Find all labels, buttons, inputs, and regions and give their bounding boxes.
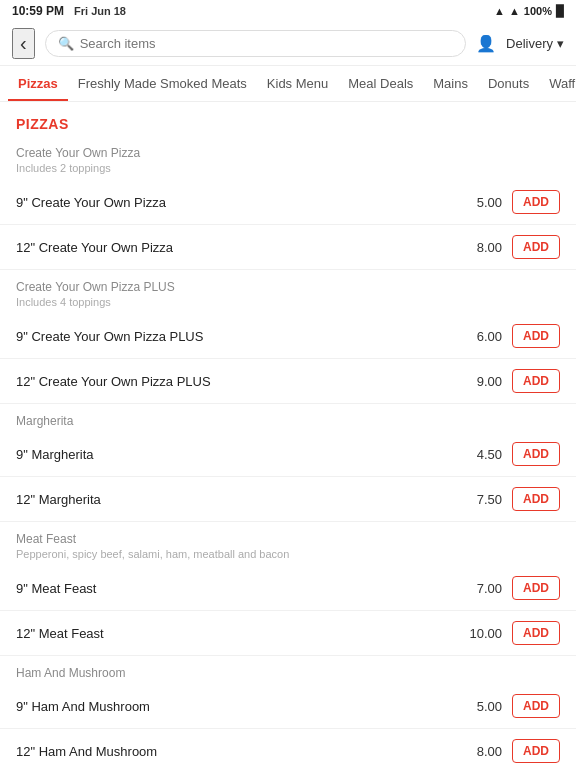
tab-donuts[interactable]: Donuts [478,66,539,101]
tab-smoked-meats[interactable]: Freshly Made Smoked Meats [68,66,257,101]
item-row: 9" Create Your Own Pizza5.00ADD [0,180,576,225]
add-button[interactable]: ADD [512,487,560,511]
section-title: PIZZAS [0,102,576,136]
main-content: PIZZAS Create Your Own PizzaIncludes 2 t… [0,102,576,768]
item-name: 12" Ham And Mushroom [16,744,464,759]
signal-icon: ▲ [509,5,520,17]
battery-icon: ▉ [556,5,564,18]
wifi-icon: ▲ [494,5,505,17]
tab-meal-deals[interactable]: Meal Deals [338,66,423,101]
add-button[interactable]: ADD [512,369,560,393]
time: 10:59 PM [12,4,64,18]
item-price: 5.00 [464,699,502,714]
tab-waffles[interactable]: Waffles [539,66,576,101]
item-price: 7.50 [464,492,502,507]
item-price: 8.00 [464,240,502,255]
category-group: Create Your Own Pizza PLUSIncludes 4 top… [0,270,576,404]
tab-pizzas[interactable]: Pizzas [8,66,68,101]
category-name: Ham And Mushroom [16,666,560,680]
category-desc: Includes 2 toppings [16,162,560,174]
item-price: 6.00 [464,329,502,344]
add-button[interactable]: ADD [512,621,560,645]
search-input[interactable] [80,36,453,51]
date: Fri Jun 18 [74,5,126,17]
item-row: 12" Ham And Mushroom8.00ADD [0,729,576,768]
item-name: 9" Meat Feast [16,581,464,596]
category-group: Create Your Own PizzaIncludes 2 toppings… [0,136,576,270]
back-button[interactable]: ‹ [12,28,35,59]
category-name: Create Your Own Pizza [16,146,560,160]
category-desc: Pepperoni, spicy beef, salami, ham, meat… [16,548,560,560]
item-name: 9" Create Your Own Pizza [16,195,464,210]
item-row: 12" Create Your Own Pizza PLUS9.00ADD [0,359,576,404]
tab-kids-menu[interactable]: Kids Menu [257,66,338,101]
item-name: 12" Margherita [16,492,464,507]
item-name: 9" Margherita [16,447,464,462]
category-desc: Includes 4 toppings [16,296,560,308]
delivery-label: Delivery [506,36,553,51]
tab-mains[interactable]: Mains [423,66,478,101]
item-price: 7.00 [464,581,502,596]
status-icons: ▲ ▲ 100% ▉ [494,5,564,18]
delivery-selector[interactable]: Delivery ▾ [506,36,564,51]
category-group: Meat FeastPepperoni, spicy beef, salami,… [0,522,576,656]
add-button[interactable]: ADD [512,442,560,466]
add-button[interactable]: ADD [512,576,560,600]
category-name: Create Your Own Pizza PLUS [16,280,560,294]
battery-label: 100% [524,5,552,17]
item-name: 12" Create Your Own Pizza PLUS [16,374,464,389]
item-price: 4.50 [464,447,502,462]
item-price: 8.00 [464,744,502,759]
item-row: 12" Meat Feast10.00ADD [0,611,576,656]
item-name: 12" Create Your Own Pizza [16,240,464,255]
item-price: 10.00 [464,626,502,641]
category-name: Margherita [16,414,560,428]
item-name: 9" Ham And Mushroom [16,699,464,714]
add-button[interactable]: ADD [512,190,560,214]
item-row: 12" Margherita7.50ADD [0,477,576,522]
delivery-chevron: ▾ [557,36,564,51]
category-group: Ham And Mushroom9" Ham And Mushroom5.00A… [0,656,576,768]
add-button[interactable]: ADD [512,694,560,718]
item-row: 9" Ham And Mushroom5.00ADD [0,684,576,729]
category-tabs: PizzasFreshly Made Smoked MeatsKids Menu… [0,66,576,102]
add-button[interactable]: ADD [512,324,560,348]
item-row: 9" Margherita4.50ADD [0,432,576,477]
item-name: 12" Meat Feast [16,626,464,641]
category-group: Margherita9" Margherita4.50ADD12" Marghe… [0,404,576,522]
item-row: 9" Meat Feast7.00ADD [0,566,576,611]
header: ‹ 🔍 👤 Delivery ▾ [0,22,576,66]
person-icon: 👤 [476,34,496,53]
item-row: 12" Create Your Own Pizza8.00ADD [0,225,576,270]
item-name: 9" Create Your Own Pizza PLUS [16,329,464,344]
item-price: 5.00 [464,195,502,210]
status-bar: 10:59 PM Fri Jun 18 ▲ ▲ 100% ▉ [0,0,576,22]
add-button[interactable]: ADD [512,235,560,259]
add-button[interactable]: ADD [512,739,560,763]
search-bar[interactable]: 🔍 [45,30,466,57]
search-icon: 🔍 [58,36,74,51]
item-row: 9" Create Your Own Pizza PLUS6.00ADD [0,314,576,359]
item-price: 9.00 [464,374,502,389]
category-name: Meat Feast [16,532,560,546]
